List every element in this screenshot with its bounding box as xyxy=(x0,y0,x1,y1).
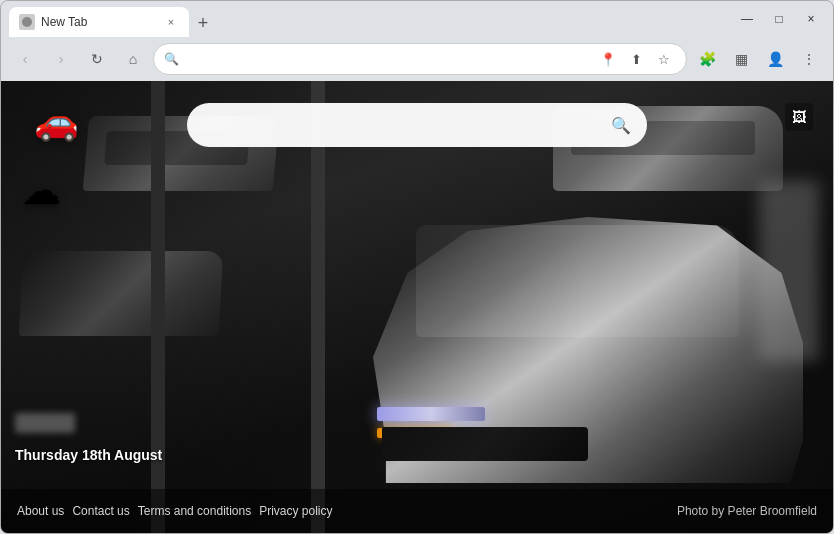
navigation-bar: ‹ › ↻ ⌂ 🔍 📍 ⬆ ☆ 🧩 ▦ 👤 ⋮ xyxy=(1,37,833,81)
new-tab-button[interactable]: + xyxy=(189,9,217,37)
top-section: 🚗 🔍 🖼 xyxy=(1,81,833,147)
forward-button[interactable]: › xyxy=(45,43,77,75)
search-input[interactable] xyxy=(203,117,603,134)
search-area: 🔍 xyxy=(187,97,647,147)
share-icon[interactable]: ⬆ xyxy=(624,47,648,71)
home-button[interactable]: ⌂ xyxy=(117,43,149,75)
back-icon: ‹ xyxy=(23,51,28,67)
extensions-button[interactable]: 🧩 xyxy=(691,43,723,75)
menu-button[interactable]: ⋮ xyxy=(793,43,825,75)
footer-link-contact[interactable]: Contact us xyxy=(72,504,129,518)
weather-widget: ☁ xyxy=(21,167,61,213)
address-actions: 📍 ⬆ ☆ xyxy=(596,47,676,71)
cloud-icon: ☁ xyxy=(21,167,61,213)
reload-button[interactable]: ↻ xyxy=(81,43,113,75)
home-icon: ⌂ xyxy=(129,51,137,67)
bookmark-icon[interactable]: ☆ xyxy=(652,47,676,71)
wallpaper-button[interactable]: 🖼 xyxy=(785,103,813,131)
footer-link-privacy[interactable]: Privacy policy xyxy=(259,504,332,518)
search-magnifier-icon: 🔍 xyxy=(611,116,631,135)
date-display: Thursday 18th August xyxy=(15,447,162,463)
toolbar-actions: 🧩 ▦ 👤 ⋮ xyxy=(691,43,825,75)
reload-icon: ↻ xyxy=(91,51,103,67)
close-button[interactable]: × xyxy=(797,5,825,33)
footer-link-about[interactable]: About us xyxy=(17,504,64,518)
blurred-right-widget xyxy=(759,181,819,361)
title-bar: New Tab × + — □ × xyxy=(1,1,833,37)
tab-label: New Tab xyxy=(41,15,157,29)
search-box[interactable]: 🔍 xyxy=(187,103,647,147)
footer-links: About us Contact us Terms and conditions… xyxy=(17,504,333,518)
location-icon[interactable]: 📍 xyxy=(596,47,620,71)
blurred-widget xyxy=(15,413,75,433)
right-widget xyxy=(759,181,819,361)
car-logo: 🚗 xyxy=(21,97,91,147)
search-icon: 🔍 xyxy=(164,52,179,66)
forward-icon: › xyxy=(59,51,64,67)
newtab-overlay: 🚗 🔍 🖼 ☁ xyxy=(1,81,833,533)
page-content: 🚗 🔍 🖼 ☁ xyxy=(1,81,833,533)
maximize-button[interactable]: □ xyxy=(765,5,793,33)
photo-credit: Photo by Peter Broomfield xyxy=(677,504,817,518)
browser-window: New Tab × + — □ × ‹ › ↻ ⌂ 🔍 📍 xyxy=(0,0,834,534)
top-right: 🖼 xyxy=(743,97,813,131)
back-button[interactable]: ‹ xyxy=(9,43,41,75)
bottom-widget xyxy=(15,413,75,433)
page-footer: About us Contact us Terms and conditions… xyxy=(1,489,833,533)
svg-point-0 xyxy=(22,17,32,27)
tab-close-button[interactable]: × xyxy=(163,14,179,30)
profile-button[interactable]: 👤 xyxy=(759,43,791,75)
tab-area: New Tab × + xyxy=(9,1,729,37)
tab-favicon xyxy=(19,14,35,30)
window-controls: — □ × xyxy=(733,5,825,33)
footer-link-terms[interactable]: Terms and conditions xyxy=(138,504,251,518)
active-tab[interactable]: New Tab × xyxy=(9,7,189,37)
address-bar[interactable]: 🔍 📍 ⬆ ☆ xyxy=(153,43,687,75)
middle-section: ☁ xyxy=(1,147,833,533)
wallpaper-icon: 🖼 xyxy=(792,109,806,125)
minimize-button[interactable]: — xyxy=(733,5,761,33)
sidebar-button[interactable]: ▦ xyxy=(725,43,757,75)
address-input[interactable] xyxy=(183,52,592,67)
car-emoji-icon: 🚗 xyxy=(34,101,79,143)
